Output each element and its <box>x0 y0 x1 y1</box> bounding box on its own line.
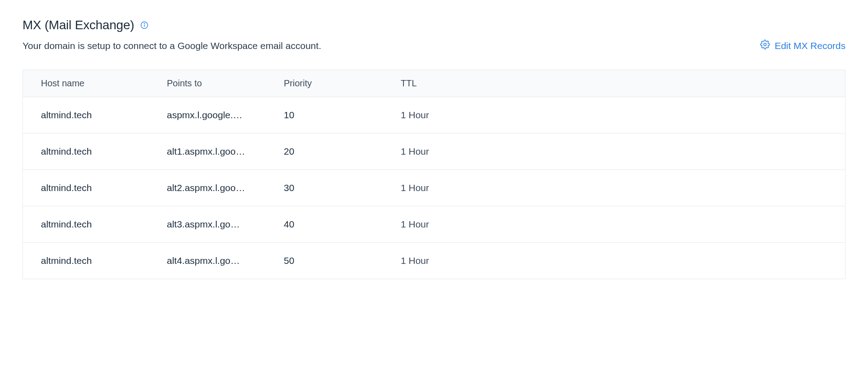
cell-host: altmind.tech <box>23 219 149 230</box>
cell-points-to: alt2.aspmx.l.goo… <box>149 183 266 193</box>
section-title: MX (Mail Exchange) <box>22 18 134 32</box>
cell-host: altmind.tech <box>23 255 149 266</box>
section-subheader: Your domain is setup to connect to a Goo… <box>22 40 846 52</box>
cell-points-to: aspmx.l.google.… <box>149 110 266 120</box>
cell-points-to: alt1.aspmx.l.goo… <box>149 146 266 157</box>
gear-icon <box>760 40 770 52</box>
table-row: altmind.tech alt3.aspmx.l.go… 40 1 Hour <box>23 206 845 243</box>
cell-points-to: alt4.aspmx.l.go… <box>149 255 266 266</box>
section-header: MX (Mail Exchange) <box>22 18 846 32</box>
edit-mx-records-link[interactable]: Edit MX Records <box>760 40 846 52</box>
column-header-ttl: TTL <box>383 78 845 89</box>
cell-host: altmind.tech <box>23 183 149 193</box>
column-header-host: Host name <box>23 78 149 89</box>
table-row: altmind.tech alt1.aspmx.l.goo… 20 1 Hour <box>23 134 845 170</box>
cell-priority: 40 <box>266 219 383 230</box>
table-row: altmind.tech alt2.aspmx.l.goo… 30 1 Hour <box>23 170 845 206</box>
cell-host: altmind.tech <box>23 110 149 120</box>
cell-ttl: 1 Hour <box>383 219 845 230</box>
cell-points-to: alt3.aspmx.l.go… <box>149 219 266 230</box>
cell-priority: 10 <box>266 110 383 120</box>
table-row: altmind.tech aspmx.l.google.… 10 1 Hour <box>23 97 845 134</box>
cell-ttl: 1 Hour <box>383 255 845 266</box>
cell-ttl: 1 Hour <box>383 183 845 193</box>
table-header-row: Host name Points to Priority TTL <box>23 70 845 97</box>
info-icon[interactable] <box>139 20 149 30</box>
cell-ttl: 1 Hour <box>383 146 845 157</box>
svg-point-3 <box>764 43 767 46</box>
column-header-priority: Priority <box>266 78 383 89</box>
section-description: Your domain is setup to connect to a Goo… <box>22 40 321 51</box>
table-row: altmind.tech alt4.aspmx.l.go… 50 1 Hour <box>23 243 845 279</box>
cell-priority: 20 <box>266 146 383 157</box>
mx-records-table: Host name Points to Priority TTL altmind… <box>22 70 846 279</box>
column-header-points-to: Points to <box>149 78 266 89</box>
cell-priority: 30 <box>266 183 383 193</box>
cell-host: altmind.tech <box>23 146 149 157</box>
cell-priority: 50 <box>266 255 383 266</box>
cell-ttl: 1 Hour <box>383 110 845 120</box>
edit-link-label: Edit MX Records <box>774 40 846 51</box>
svg-point-2 <box>144 23 145 24</box>
